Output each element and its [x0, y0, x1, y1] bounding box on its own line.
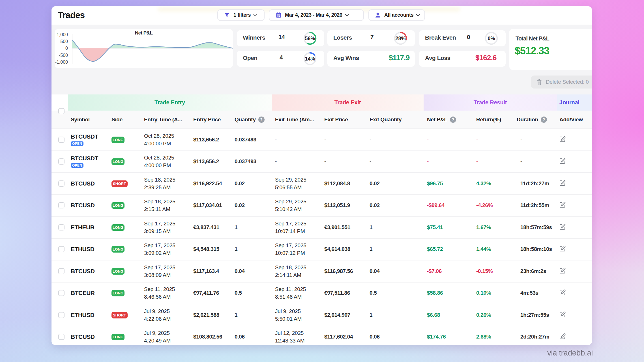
svg-text:1,000: 1,000 — [57, 32, 68, 37]
svg-text:14%: 14% — [305, 56, 315, 62]
svg-text:0%: 0% — [488, 36, 495, 41]
svg-text:500: 500 — [60, 39, 68, 44]
svg-text:56%: 56% — [305, 36, 315, 41]
svg-text:-1,000: -1,000 — [55, 60, 68, 64]
svg-text:-500: -500 — [59, 53, 68, 58]
svg-text:28%: 28% — [395, 36, 405, 41]
svg-text:0: 0 — [65, 46, 68, 51]
svg-text:Net P&L: Net P&L — [135, 30, 153, 36]
